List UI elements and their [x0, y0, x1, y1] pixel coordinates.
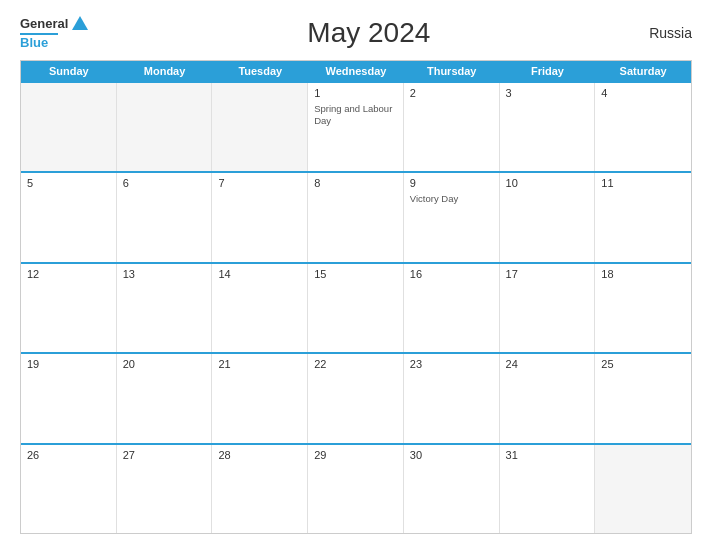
- calendar-cell: 3: [500, 83, 596, 171]
- day-number: 29: [314, 449, 397, 461]
- day-number: 26: [27, 449, 110, 461]
- calendar-cell: 24: [500, 354, 596, 442]
- calendar-cell: 22: [308, 354, 404, 442]
- day-number: 11: [601, 177, 685, 189]
- logo-triangle-icon: [72, 16, 88, 30]
- calendar-cell: [117, 83, 213, 171]
- weekday-header-tuesday: Tuesday: [212, 61, 308, 81]
- day-number: 15: [314, 268, 397, 280]
- day-number: 30: [410, 449, 493, 461]
- day-number: 7: [218, 177, 301, 189]
- calendar-body: 1Spring and Labour Day23456789Victory Da…: [21, 81, 691, 533]
- day-number: 21: [218, 358, 301, 370]
- day-number: 31: [506, 449, 589, 461]
- calendar-cell: 30: [404, 445, 500, 533]
- country-label: Russia: [649, 25, 692, 41]
- calendar-cell: 16: [404, 264, 500, 352]
- day-number: 12: [27, 268, 110, 280]
- calendar-cell: [21, 83, 117, 171]
- weekday-header-sunday: Sunday: [21, 61, 117, 81]
- day-number: 5: [27, 177, 110, 189]
- calendar-cell: 1Spring and Labour Day: [308, 83, 404, 171]
- logo-text: General: [20, 16, 68, 32]
- weekday-header-wednesday: Wednesday: [308, 61, 404, 81]
- calendar-week-3: 12131415161718: [21, 262, 691, 352]
- calendar-cell: 10: [500, 173, 596, 261]
- calendar-cell: 6: [117, 173, 213, 261]
- day-number: 4: [601, 87, 685, 99]
- calendar-week-4: 19202122232425: [21, 352, 691, 442]
- weekday-header-friday: Friday: [500, 61, 596, 81]
- calendar-cell: 29: [308, 445, 404, 533]
- holiday-label: Spring and Labour Day: [314, 103, 397, 128]
- calendar-cell: 8: [308, 173, 404, 261]
- day-number: 17: [506, 268, 589, 280]
- day-number: 1: [314, 87, 397, 99]
- calendar-cell: 31: [500, 445, 596, 533]
- day-number: 14: [218, 268, 301, 280]
- calendar-cell: 12: [21, 264, 117, 352]
- day-number: 8: [314, 177, 397, 189]
- calendar-cell: 23: [404, 354, 500, 442]
- calendar-page: General Blue May 2024 Russia SundayMonda…: [0, 0, 712, 550]
- calendar-week-5: 262728293031: [21, 443, 691, 533]
- page-header: General Blue May 2024 Russia: [20, 16, 692, 50]
- calendar-week-1: 1Spring and Labour Day234: [21, 81, 691, 171]
- day-number: 27: [123, 449, 206, 461]
- calendar-cell: 26: [21, 445, 117, 533]
- weekday-header-monday: Monday: [117, 61, 213, 81]
- calendar-cell: 21: [212, 354, 308, 442]
- day-number: 24: [506, 358, 589, 370]
- day-number: 23: [410, 358, 493, 370]
- calendar-cell: 17: [500, 264, 596, 352]
- logo: General Blue: [20, 16, 88, 50]
- day-number: 28: [218, 449, 301, 461]
- calendar-cell: 20: [117, 354, 213, 442]
- day-number: 22: [314, 358, 397, 370]
- day-number: 2: [410, 87, 493, 99]
- calendar-cell: 13: [117, 264, 213, 352]
- day-number: 10: [506, 177, 589, 189]
- calendar-cell: 28: [212, 445, 308, 533]
- holiday-label: Victory Day: [410, 193, 493, 205]
- calendar-cell: 11: [595, 173, 691, 261]
- weekday-header-saturday: Saturday: [595, 61, 691, 81]
- day-number: 25: [601, 358, 685, 370]
- day-number: 18: [601, 268, 685, 280]
- calendar-cell: 5: [21, 173, 117, 261]
- calendar-cell: 7: [212, 173, 308, 261]
- logo-blue-text: Blue: [20, 35, 48, 50]
- weekday-header-thursday: Thursday: [404, 61, 500, 81]
- calendar-cell: 18: [595, 264, 691, 352]
- day-number: 19: [27, 358, 110, 370]
- calendar-title: May 2024: [307, 17, 430, 49]
- calendar-week-2: 56789Victory Day1011: [21, 171, 691, 261]
- day-number: 6: [123, 177, 206, 189]
- calendar-cell: 9Victory Day: [404, 173, 500, 261]
- calendar-cell: 14: [212, 264, 308, 352]
- calendar-cell: 19: [21, 354, 117, 442]
- calendar-cell: 2: [404, 83, 500, 171]
- calendar-header: SundayMondayTuesdayWednesdayThursdayFrid…: [21, 61, 691, 81]
- calendar-cell: 4: [595, 83, 691, 171]
- calendar-cell: 25: [595, 354, 691, 442]
- calendar-grid: SundayMondayTuesdayWednesdayThursdayFrid…: [20, 60, 692, 534]
- calendar-cell: [212, 83, 308, 171]
- day-number: 9: [410, 177, 493, 189]
- calendar-cell: 27: [117, 445, 213, 533]
- day-number: 16: [410, 268, 493, 280]
- calendar-cell: 15: [308, 264, 404, 352]
- day-number: 13: [123, 268, 206, 280]
- calendar-cell: [595, 445, 691, 533]
- day-number: 3: [506, 87, 589, 99]
- day-number: 20: [123, 358, 206, 370]
